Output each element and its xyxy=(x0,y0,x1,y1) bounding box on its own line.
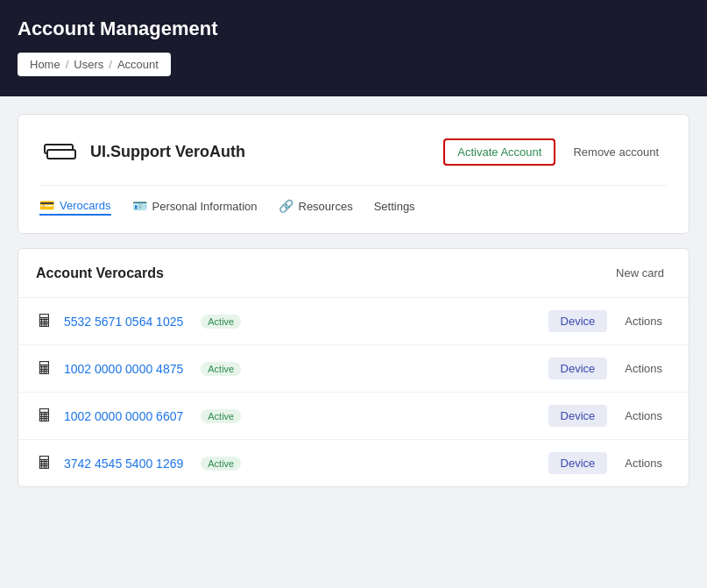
card-row: 🖩 1002 0000 0000 4875 Active Device Acti… xyxy=(18,345,689,393)
tab-settings[interactable]: Settings xyxy=(374,200,415,215)
resources-tab-icon: 🔗 xyxy=(279,199,293,213)
device-button[interactable]: Device xyxy=(548,405,608,427)
new-card-button[interactable]: New card xyxy=(609,263,671,283)
breadcrumb-account[interactable]: Account xyxy=(117,58,159,71)
card-right: Device Actions xyxy=(548,310,671,332)
card-number: 3742 4545 5400 1269 xyxy=(64,457,183,471)
card-device-icon: 🖩 xyxy=(36,358,53,379)
card-status-badge: Active xyxy=(201,457,241,471)
device-button[interactable]: Device xyxy=(548,358,608,379)
card-right: Device Actions xyxy=(548,405,671,427)
breadcrumb-sep2: / xyxy=(109,58,112,71)
device-button[interactable]: Device xyxy=(548,452,608,474)
breadcrumb-sep1: / xyxy=(66,58,69,71)
tab-verocards[interactable]: 💳 Verocards xyxy=(39,198,111,216)
account-card: UI.Support VeroAuth Activate Account Rem… xyxy=(18,114,689,234)
breadcrumb: Home / Users / Account xyxy=(18,53,171,76)
card-row: 🖩 1002 0000 0000 6607 Active Device Acti… xyxy=(18,393,689,440)
content-area: UI.Support VeroAuth Activate Account Rem… xyxy=(0,96,707,505)
tab-verocards-label: Verocards xyxy=(60,199,111,212)
card-device-icon: 🖩 xyxy=(36,453,53,473)
card-status-badge: Active xyxy=(201,409,241,423)
tab-personal-information[interactable]: 🪪 Personal Information xyxy=(132,199,258,215)
account-actions: Activate Account Remove account xyxy=(443,138,668,166)
card-number: 1002 0000 0000 4875 xyxy=(64,362,183,376)
svg-rect-1 xyxy=(47,150,75,159)
card-status-badge: Active xyxy=(201,362,241,376)
tab-resources-label: Resources xyxy=(299,200,353,213)
account-name: UI.Support VeroAuth xyxy=(90,143,245,161)
account-identity: UI.Support VeroAuth xyxy=(39,132,245,171)
card-left: 🖩 3742 4545 5400 1269 Active xyxy=(36,453,241,473)
actions-button[interactable]: Actions xyxy=(616,452,671,474)
device-button[interactable]: Device xyxy=(548,310,608,332)
page-title: Account Management xyxy=(18,18,689,40)
card-left: 🖩 1002 0000 0000 4875 Active xyxy=(36,358,241,379)
account-header: UI.Support VeroAuth Activate Account Rem… xyxy=(39,132,668,171)
card-status-badge: Active xyxy=(201,315,241,329)
actions-button[interactable]: Actions xyxy=(616,358,671,379)
verocards-section: Account Verocards New card 🖩 5532 5671 0… xyxy=(18,248,689,487)
actions-button[interactable]: Actions xyxy=(616,310,671,332)
breadcrumb-users[interactable]: Users xyxy=(74,58,103,71)
card-device-icon: 🖩 xyxy=(36,406,53,426)
account-tabs: 💳 Verocards 🪪 Personal Information 🔗 Res… xyxy=(39,185,668,216)
card-right: Device Actions xyxy=(548,452,671,474)
account-logo-icon xyxy=(39,132,78,171)
activate-account-button[interactable]: Activate Account xyxy=(443,138,555,166)
card-row: 🖩 5532 5671 0564 1025 Active Device Acti… xyxy=(18,298,689,345)
tab-personal-label: Personal Information xyxy=(152,200,258,213)
actions-button[interactable]: Actions xyxy=(616,405,671,427)
card-right: Device Actions xyxy=(548,358,671,379)
tab-resources[interactable]: 🔗 Resources xyxy=(279,199,353,215)
verocards-header: Account Verocards New card xyxy=(18,249,689,298)
breadcrumb-home[interactable]: Home xyxy=(30,58,60,71)
card-row: 🖩 3742 4545 5400 1269 Active Device Acti… xyxy=(18,440,689,486)
verocards-tab-icon: 💳 xyxy=(39,198,54,212)
section-title: Account Verocards xyxy=(36,266,164,281)
card-number: 5532 5671 0564 1025 xyxy=(64,315,183,329)
personal-tab-icon: 🪪 xyxy=(132,199,147,213)
top-bar: Account Management Home / Users / Accoun… xyxy=(0,0,707,96)
card-left: 🖩 5532 5671 0564 1025 Active xyxy=(36,311,241,331)
tab-settings-label: Settings xyxy=(374,200,415,213)
card-device-icon: 🖩 xyxy=(36,311,53,331)
card-number: 1002 0000 0000 6607 xyxy=(64,409,183,423)
remove-account-button[interactable]: Remove account xyxy=(564,140,668,164)
card-left: 🖩 1002 0000 0000 6607 Active xyxy=(36,406,241,426)
